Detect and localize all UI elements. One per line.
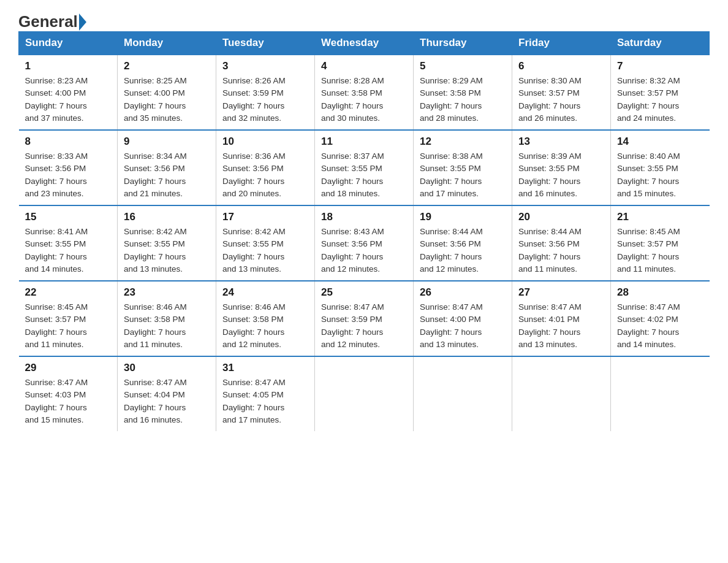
calendar-cell: 22 Sunrise: 8:45 AMSunset: 3:57 PMDaylig…	[19, 281, 118, 356]
day-info: Sunrise: 8:32 AMSunset: 3:57 PMDaylight:…	[617, 75, 703, 124]
page-header: General	[18, 12, 710, 25]
day-info: Sunrise: 8:25 AMSunset: 4:00 PMDaylight:…	[124, 75, 210, 124]
day-info: Sunrise: 8:47 AMSunset: 4:00 PMDaylight:…	[420, 301, 506, 351]
day-number: 22	[25, 286, 112, 299]
calendar-cell: 3 Sunrise: 8:26 AMSunset: 3:59 PMDayligh…	[216, 55, 315, 130]
day-info: Sunrise: 8:41 AMSunset: 3:55 PMDaylight:…	[25, 226, 112, 275]
day-info: Sunrise: 8:34 AMSunset: 3:56 PMDaylight:…	[124, 150, 210, 200]
day-info: Sunrise: 8:47 AMSunset: 4:01 PMDaylight:…	[518, 301, 604, 351]
day-number: 6	[518, 60, 604, 72]
day-info: Sunrise: 8:47 AMSunset: 4:04 PMDaylight:…	[124, 377, 210, 426]
calendar-cell: 25 Sunrise: 8:47 AMSunset: 3:59 PMDaylig…	[315, 281, 414, 356]
day-number: 12	[420, 136, 506, 148]
calendar-cell: 21 Sunrise: 8:45 AMSunset: 3:57 PMDaylig…	[611, 205, 710, 281]
calendar-cell: 5 Sunrise: 8:29 AMSunset: 3:58 PMDayligh…	[414, 55, 512, 130]
day-info: Sunrise: 8:44 AMSunset: 3:56 PMDaylight:…	[518, 226, 604, 275]
day-info: Sunrise: 8:45 AMSunset: 3:57 PMDaylight:…	[617, 226, 703, 275]
calendar-cell: 30 Sunrise: 8:47 AMSunset: 4:04 PMDaylig…	[118, 356, 216, 431]
day-number: 15	[25, 211, 112, 223]
day-number: 21	[617, 211, 703, 223]
calendar-header-monday: Monday	[118, 32, 216, 55]
calendar-cell: 14 Sunrise: 8:40 AMSunset: 3:55 PMDaylig…	[611, 130, 710, 205]
calendar-week-row: 15 Sunrise: 8:41 AMSunset: 3:55 PMDaylig…	[19, 205, 710, 281]
day-info: Sunrise: 8:47 AMSunset: 4:05 PMDaylight:…	[222, 377, 308, 426]
day-number: 23	[124, 286, 210, 299]
day-number: 11	[321, 136, 407, 148]
calendar-cell: 27 Sunrise: 8:47 AMSunset: 4:01 PMDaylig…	[512, 281, 611, 356]
day-info: Sunrise: 8:23 AMSunset: 4:00 PMDaylight:…	[25, 75, 112, 124]
day-info: Sunrise: 8:33 AMSunset: 3:56 PMDaylight:…	[25, 150, 112, 200]
calendar-cell: 18 Sunrise: 8:43 AMSunset: 3:56 PMDaylig…	[315, 205, 414, 281]
calendar-cell: 19 Sunrise: 8:44 AMSunset: 3:56 PMDaylig…	[414, 205, 512, 281]
day-number: 31	[222, 362, 308, 374]
logo-arrow-icon	[79, 13, 86, 31]
day-number: 26	[420, 286, 506, 299]
day-number: 7	[617, 60, 703, 72]
day-number: 16	[124, 211, 210, 223]
calendar-cell: 29 Sunrise: 8:47 AMSunset: 4:03 PMDaylig…	[19, 356, 118, 431]
calendar-cell: 6 Sunrise: 8:30 AMSunset: 3:57 PMDayligh…	[512, 55, 611, 130]
day-number: 28	[617, 286, 703, 299]
calendar-cell: 12 Sunrise: 8:38 AMSunset: 3:55 PMDaylig…	[414, 130, 512, 205]
day-number: 17	[222, 211, 308, 223]
day-info: Sunrise: 8:46 AMSunset: 3:58 PMDaylight:…	[124, 301, 210, 351]
day-info: Sunrise: 8:39 AMSunset: 3:55 PMDaylight:…	[518, 150, 604, 200]
calendar-header-sunday: Sunday	[19, 32, 118, 55]
calendar-week-row: 22 Sunrise: 8:45 AMSunset: 3:57 PMDaylig…	[19, 281, 710, 356]
day-number: 18	[321, 211, 407, 223]
calendar-header-tuesday: Tuesday	[216, 32, 315, 55]
day-info: Sunrise: 8:42 AMSunset: 3:55 PMDaylight:…	[124, 226, 210, 275]
calendar-cell: 26 Sunrise: 8:47 AMSunset: 4:00 PMDaylig…	[414, 281, 512, 356]
calendar-week-row: 8 Sunrise: 8:33 AMSunset: 3:56 PMDayligh…	[19, 130, 710, 205]
calendar-header-friday: Friday	[512, 32, 611, 55]
calendar-header-saturday: Saturday	[611, 32, 710, 55]
day-number: 14	[617, 136, 703, 148]
calendar-week-row: 29 Sunrise: 8:47 AMSunset: 4:03 PMDaylig…	[19, 356, 710, 431]
calendar-cell	[414, 356, 512, 431]
logo: General	[18, 12, 88, 25]
calendar-cell	[611, 356, 710, 431]
day-number: 24	[222, 286, 308, 299]
calendar-cell: 16 Sunrise: 8:42 AMSunset: 3:55 PMDaylig…	[118, 205, 216, 281]
calendar-header-row: SundayMondayTuesdayWednesdayThursdayFrid…	[19, 32, 710, 55]
day-info: Sunrise: 8:47 AMSunset: 4:03 PMDaylight:…	[25, 377, 112, 426]
calendar-cell: 31 Sunrise: 8:47 AMSunset: 4:05 PMDaylig…	[216, 356, 315, 431]
calendar-cell: 7 Sunrise: 8:32 AMSunset: 3:57 PMDayligh…	[611, 55, 710, 130]
day-info: Sunrise: 8:46 AMSunset: 3:58 PMDaylight:…	[222, 301, 308, 351]
day-info: Sunrise: 8:26 AMSunset: 3:59 PMDaylight:…	[222, 75, 308, 124]
day-info: Sunrise: 8:43 AMSunset: 3:56 PMDaylight:…	[321, 226, 407, 275]
day-number: 25	[321, 286, 407, 299]
calendar-cell: 20 Sunrise: 8:44 AMSunset: 3:56 PMDaylig…	[512, 205, 611, 281]
day-info: Sunrise: 8:47 AMSunset: 3:59 PMDaylight:…	[321, 301, 407, 351]
calendar-cell: 24 Sunrise: 8:46 AMSunset: 3:58 PMDaylig…	[216, 281, 315, 356]
calendar-cell: 15 Sunrise: 8:41 AMSunset: 3:55 PMDaylig…	[19, 205, 118, 281]
day-number: 13	[518, 136, 604, 148]
day-info: Sunrise: 8:29 AMSunset: 3:58 PMDaylight:…	[420, 75, 506, 124]
calendar-cell: 28 Sunrise: 8:47 AMSunset: 4:02 PMDaylig…	[611, 281, 710, 356]
calendar-week-row: 1 Sunrise: 8:23 AMSunset: 4:00 PMDayligh…	[19, 55, 710, 130]
day-number: 2	[124, 60, 210, 72]
calendar-cell: 23 Sunrise: 8:46 AMSunset: 3:58 PMDaylig…	[118, 281, 216, 356]
day-info: Sunrise: 8:30 AMSunset: 3:57 PMDaylight:…	[518, 75, 604, 124]
day-info: Sunrise: 8:40 AMSunset: 3:55 PMDaylight:…	[617, 150, 703, 200]
calendar-cell: 2 Sunrise: 8:25 AMSunset: 4:00 PMDayligh…	[118, 55, 216, 130]
day-info: Sunrise: 8:38 AMSunset: 3:55 PMDaylight:…	[420, 150, 506, 200]
day-number: 5	[420, 60, 506, 72]
calendar-cell: 1 Sunrise: 8:23 AMSunset: 4:00 PMDayligh…	[19, 55, 118, 130]
calendar-header-wednesday: Wednesday	[315, 32, 414, 55]
day-number: 3	[222, 60, 308, 72]
day-number: 20	[518, 211, 604, 223]
day-info: Sunrise: 8:47 AMSunset: 4:02 PMDaylight:…	[617, 301, 703, 351]
day-number: 9	[124, 136, 210, 148]
calendar-cell	[512, 356, 611, 431]
day-number: 4	[321, 60, 407, 72]
calendar-cell: 13 Sunrise: 8:39 AMSunset: 3:55 PMDaylig…	[512, 130, 611, 205]
day-info: Sunrise: 8:45 AMSunset: 3:57 PMDaylight:…	[25, 301, 112, 351]
calendar-header-thursday: Thursday	[414, 32, 512, 55]
day-info: Sunrise: 8:36 AMSunset: 3:56 PMDaylight:…	[222, 150, 308, 200]
day-number: 10	[222, 136, 308, 148]
calendar-cell: 10 Sunrise: 8:36 AMSunset: 3:56 PMDaylig…	[216, 130, 315, 205]
day-number: 19	[420, 211, 506, 223]
calendar-cell	[315, 356, 414, 431]
day-number: 29	[25, 362, 112, 374]
